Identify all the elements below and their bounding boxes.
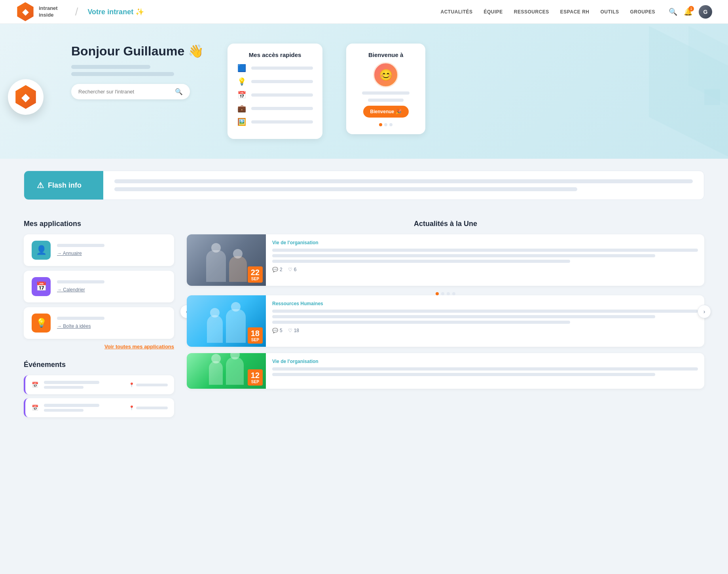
- event-location-1: 📍: [129, 382, 168, 388]
- location-pin-icon-1: 📍: [129, 382, 135, 388]
- search-input[interactable]: [78, 89, 175, 95]
- boite-idees-link[interactable]: → Boîte à idées: [57, 323, 91, 329]
- news-title-bar-1a: [272, 249, 698, 252]
- news-card-2: 18 SEP Ressources Humaines 💬 5: [187, 295, 704, 347]
- news-day-3: 12: [251, 371, 260, 380]
- event-calendar-icon-1: 📅: [32, 382, 38, 388]
- nav-link-groupes[interactable]: GROUPES: [630, 9, 655, 15]
- news-month-1: SEP: [251, 277, 260, 281]
- quick-access-card: Mes accès rapides 🟦 💡 📅 💼 🖼️: [228, 44, 322, 139]
- calendar-icon: 📅: [237, 91, 246, 99]
- applications-title: Mes applications: [24, 220, 174, 228]
- carousel-dot-2: [441, 292, 444, 295]
- float-logo: ◆: [8, 79, 44, 115]
- event-info-1: [44, 381, 123, 389]
- qac-bar-teams: [251, 67, 313, 70]
- logo-hex-icon: ◆: [16, 2, 35, 21]
- event-loc-bar-2: [136, 407, 168, 409]
- carousel-dot-1: [436, 292, 439, 295]
- person-sil-3a: [209, 361, 223, 385]
- welcome-dot-2: [384, 123, 387, 126]
- news-card-3: 12 SEP Vie de l'organisation: [187, 353, 704, 389]
- logo-text: intranet inside: [39, 5, 58, 19]
- news-category-3: Vie de l'organisation: [272, 359, 698, 364]
- calendrier-link[interactable]: → Calendrier: [57, 287, 85, 293]
- greeting-bar2: [71, 72, 174, 76]
- event-bar2-1: [44, 386, 83, 389]
- event-info-2: [44, 404, 123, 412]
- welcome-button[interactable]: Bienvenue 🎉: [363, 106, 409, 118]
- person-sil-3b: [226, 357, 244, 385]
- news-date-badge-2: 18 SEP: [248, 327, 263, 344]
- news-title-bar-2c: [272, 321, 570, 324]
- event-bar1-2: [44, 404, 99, 407]
- event-loc-bar-1: [136, 384, 168, 386]
- nav-link-actualites[interactable]: ACTUALITÉS: [440, 9, 472, 15]
- flash-warning-icon: ⚠: [37, 181, 44, 190]
- news-reactions-2: 💬 5 ♡ 18: [272, 328, 698, 333]
- qac-bar-briefcase: [251, 107, 313, 110]
- annuaire-bar: [57, 244, 104, 247]
- flash-info-content: [103, 171, 704, 200]
- annuaire-info: → Annuaire: [57, 244, 166, 257]
- news-title-bar-1b: [272, 254, 655, 257]
- nav-link-equipe[interactable]: ÉQUIPE: [483, 9, 502, 15]
- welcome-dots: [379, 123, 392, 126]
- qac-bar-calendar: [251, 93, 313, 97]
- news-category-1: Vie de l'organisation: [272, 240, 698, 245]
- app-card-annuaire: 👤 → Annuaire: [24, 234, 174, 266]
- heart-icon-1: ♡: [288, 267, 292, 272]
- qac-bar-bulb: [251, 80, 313, 83]
- calendrier-icon: 📅: [32, 277, 51, 296]
- welcome-title: Bienvenue à: [368, 51, 403, 58]
- news-body-1: Vie de l'organisation 💬 2 ♡ 6: [266, 234, 704, 286]
- qac-bar-image: [251, 120, 313, 124]
- annuaire-link[interactable]: → Annuaire: [57, 251, 82, 256]
- news-day-2: 18: [251, 329, 260, 338]
- welcome-bar1: [362, 91, 410, 95]
- annuaire-icon: 👤: [32, 241, 51, 260]
- welcome-dot-3: [389, 123, 392, 126]
- nav-divider: /: [75, 6, 78, 18]
- logo-area: ◆ intranet inside: [16, 2, 58, 21]
- news-image-2: 18 SEP: [187, 295, 266, 347]
- qac-item-calendar: 📅: [237, 91, 313, 99]
- qac-item-bulb: 💡: [237, 77, 313, 86]
- boite-idees-info: → Boîte à idées: [57, 317, 166, 329]
- person-sil-2b: [226, 309, 246, 343]
- welcome-card: Bienvenue à 😊 Bienvenue 🎉: [346, 44, 425, 134]
- news-title-bar-3b: [272, 373, 655, 376]
- news-container: ‹ › 22 SEP Vie de l'organisation: [187, 234, 704, 389]
- event-card-1: 📅 📍: [24, 375, 174, 394]
- news-card-1: 22 SEP Vie de l'organisation 💬 2: [187, 234, 704, 286]
- boite-idees-bar: [57, 317, 104, 320]
- carousel-dot-3: [447, 292, 450, 295]
- news-month-2: SEP: [251, 338, 260, 342]
- nav-link-outils[interactable]: OUTILS: [600, 9, 619, 15]
- notification-badge: 1: [688, 6, 694, 11]
- hero-decor-svg: [570, 24, 728, 159]
- search-button[interactable]: 🔍: [669, 8, 677, 16]
- news-body-3: Vie de l'organisation: [266, 353, 704, 389]
- search-icon-button[interactable]: 🔍: [175, 88, 183, 95]
- teams-icon: 🟦: [237, 64, 246, 72]
- flash-bar-1: [114, 179, 693, 183]
- welcome-bar2: [368, 99, 404, 102]
- notification-button[interactable]: 🔔 1: [684, 8, 692, 16]
- right-column: Actualités à la Une ‹ › 22 SEP Vie d: [187, 220, 704, 421]
- news-next-button[interactable]: ›: [698, 305, 711, 318]
- news-image-3: 12 SEP: [187, 353, 266, 389]
- see-all-apps-link[interactable]: Voir toutes mes applications: [24, 344, 174, 350]
- app-card-calendrier: 📅 → Calendrier: [24, 271, 174, 302]
- event-calendar-icon-2: 📅: [32, 405, 38, 411]
- person-sil-1a: [206, 250, 226, 282]
- news-category-2: Ressources Humaines: [272, 301, 698, 306]
- news-day-1: 22: [251, 268, 260, 277]
- user-avatar[interactable]: G: [699, 5, 712, 19]
- flash-info-label: Flash info: [48, 181, 82, 190]
- nav-link-espace-rh[interactable]: ESPACE RH: [560, 9, 590, 15]
- svg-rect-0: [704, 89, 720, 105]
- quick-access-title: Mes accès rapides: [237, 51, 313, 58]
- location-pin-icon-2: 📍: [129, 405, 135, 411]
- nav-link-ressources[interactable]: RESSOURCES: [514, 9, 549, 15]
